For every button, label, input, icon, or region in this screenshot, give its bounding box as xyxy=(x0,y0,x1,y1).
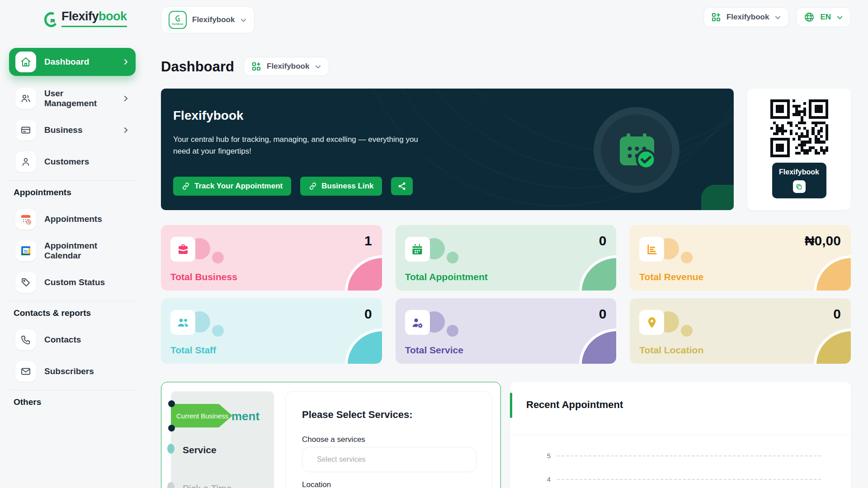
step-service: Service xyxy=(183,445,217,455)
recent-appointment-title: Recent Appointment xyxy=(526,399,623,411)
language-dropdown[interactable]: EN xyxy=(796,7,851,27)
choose-services-label: Choose a services xyxy=(302,435,365,444)
business-selector-dropdown[interactable]: Flexifybook Flexifybook xyxy=(161,6,255,33)
divider xyxy=(510,435,851,435)
copy-qr-icon[interactable] xyxy=(793,180,806,193)
sidebar-item-subscribers[interactable]: Subscribers xyxy=(9,357,136,385)
ribbon-dot xyxy=(168,400,175,407)
sidebar-section-appointments: Appointments xyxy=(14,187,146,198)
sidebar-item-user-management[interactable]: User Management xyxy=(9,84,136,113)
gridline xyxy=(557,455,821,456)
business-logo-badge: Flexifybook xyxy=(169,11,187,29)
link-icon xyxy=(309,182,317,190)
sidebar-item-label: User Management xyxy=(44,89,114,108)
calendar-illustration xyxy=(594,107,679,193)
track-your-appointment-button[interactable]: Track Your Appointment xyxy=(173,177,291,196)
banner-buttons: Track Your Appointment Business Link xyxy=(173,177,413,196)
total-appointment-card: 0 Total Appointment xyxy=(396,225,617,291)
sidebar-item-appointment-calendar[interactable]: 31 Appointment Calendar xyxy=(9,237,136,265)
bar-chart-icon xyxy=(639,237,664,262)
business-selector-label: Flexifybook xyxy=(192,15,235,24)
bubble-decoration xyxy=(681,252,693,263)
banner-title: Flexifybook xyxy=(173,108,244,123)
calendar-icon xyxy=(405,237,430,262)
qr-label-chip: Flexifybook xyxy=(772,163,826,198)
chevron-right-icon xyxy=(122,95,129,102)
title-accent-bar xyxy=(510,393,512,418)
total-service-card: 0 Total Service xyxy=(396,298,617,364)
stat-label: Total Location xyxy=(639,345,703,356)
y-axis-tick: 5 xyxy=(541,452,551,460)
share-icon xyxy=(397,182,406,191)
phone-icon xyxy=(15,329,36,350)
sidebar-section-others: Others xyxy=(14,397,146,408)
page-business-filter-label: Flexifybook xyxy=(267,62,309,71)
sidebar-section-contacts-reports: Contacts & reports xyxy=(14,308,146,319)
stat-cards: 1 Total Business 0 Total Appointment ₦0,… xyxy=(161,225,851,364)
sidebar-item-label: Customers xyxy=(44,157,89,167)
bubble-decoration xyxy=(681,325,693,337)
sidebar-item-label: Dashboard xyxy=(44,57,89,67)
sidebar-item-customers[interactable]: Customers xyxy=(9,148,136,176)
bubble-decoration xyxy=(447,252,458,263)
banner-subtitle: Your central hub for tracking, managing,… xyxy=(173,134,430,158)
qr-label: Flexifybook xyxy=(776,168,823,176)
qr-code xyxy=(770,99,828,157)
corner-decoration xyxy=(701,185,734,210)
stat-value: 1 xyxy=(364,233,372,249)
staff-icon xyxy=(170,310,195,335)
calendar-illustration-inner xyxy=(601,114,672,186)
bubble-decoration xyxy=(212,325,224,337)
bubble-decoration xyxy=(447,325,458,337)
step-appointment-partial: ment xyxy=(231,409,259,423)
sidebar-nav: Dashboard User Management xyxy=(0,48,146,408)
booking-widget-preview: Current Business ment Service Pick a Tim… xyxy=(161,382,501,488)
stat-label: Total Staff xyxy=(170,345,216,356)
brand-logo-icon xyxy=(41,10,59,30)
total-staff-card: 0 Total Staff xyxy=(161,298,382,364)
sidebar-item-custom-status[interactable]: Custom Status xyxy=(9,268,136,296)
total-business-card: 1 Total Business xyxy=(161,225,382,291)
chevron-down-icon xyxy=(774,14,781,21)
sidebar-divider xyxy=(9,180,137,181)
select-services-panel: Please Select Services: Choose a service… xyxy=(285,391,492,488)
share-button[interactable] xyxy=(391,177,413,195)
stat-value: 0 xyxy=(833,306,841,322)
ribbon-dot xyxy=(168,425,175,432)
business-link-button[interactable]: Business Link xyxy=(300,177,382,196)
sidebar-divider xyxy=(9,390,137,390)
stat-label: Total Business xyxy=(170,272,237,282)
hero-banner: Flexifybook Your central hub for trackin… xyxy=(161,89,734,210)
credit-card-icon xyxy=(15,120,36,141)
chevron-down-icon xyxy=(836,14,843,21)
sidebar-item-label: Subscribers xyxy=(44,366,94,376)
link-icon xyxy=(182,182,190,190)
stat-value: 0 xyxy=(599,306,607,322)
quarter-decoration xyxy=(579,255,616,291)
stat-label: Total Appointment xyxy=(405,272,488,282)
business-link-label: Business Link xyxy=(321,182,373,191)
step-bullet xyxy=(167,444,175,454)
sidebar: Flexifybook Dashboard User Management xyxy=(0,0,146,488)
sidebar-item-appointments[interactable]: Appointments xyxy=(9,205,136,233)
person-icon xyxy=(15,151,36,172)
stat-label: Total Service xyxy=(405,345,463,356)
total-revenue-card: ₦0,00 Total Revenue xyxy=(630,225,851,291)
track-your-appointment-label: Track Your Appointment xyxy=(194,182,283,191)
chevron-down-icon xyxy=(240,17,247,23)
page-business-filter-dropdown[interactable]: Flexifybook xyxy=(244,57,329,76)
location-label: Location xyxy=(302,480,331,488)
appointments-calendar-icon xyxy=(15,209,36,230)
quarter-decoration xyxy=(814,255,851,291)
home-icon xyxy=(15,52,36,72)
step-pick-a-time: Pick a Time xyxy=(183,483,232,488)
sidebar-item-dashboard[interactable]: Dashboard xyxy=(9,48,136,76)
select-services-input[interactable] xyxy=(302,447,476,472)
workspace-dropdown[interactable]: Flexifybook xyxy=(703,7,789,27)
google-calendar-icon: 31 xyxy=(15,240,36,261)
globe-icon xyxy=(804,12,815,23)
sidebar-item-contacts[interactable]: Contacts xyxy=(9,326,136,354)
sidebar-item-business[interactable]: Business xyxy=(9,116,136,144)
mail-icon xyxy=(15,361,36,382)
select-services-heading: Please Select Services: xyxy=(302,409,413,421)
